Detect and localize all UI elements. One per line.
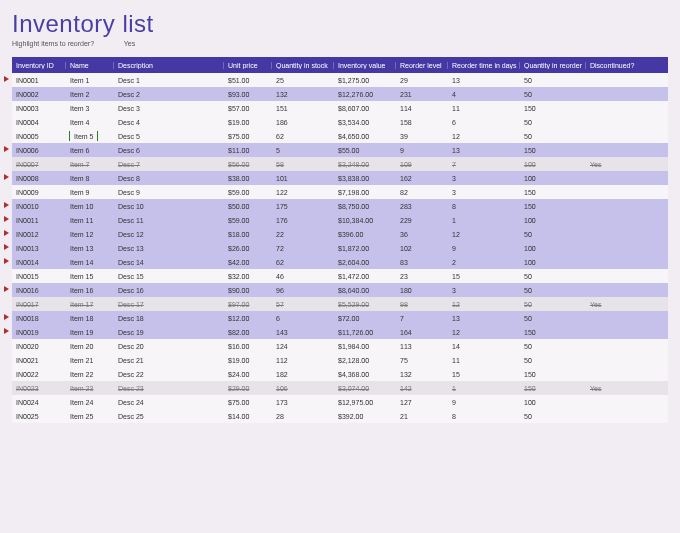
cell[interactable]: 50 — [520, 231, 586, 238]
cell[interactable]: Desc 3 — [114, 105, 224, 112]
cell[interactable]: Item 8 — [66, 175, 114, 182]
cell[interactable]: 57 — [272, 301, 334, 308]
cell[interactable]: 39 — [396, 133, 448, 140]
cell[interactable]: Item 5 — [66, 131, 114, 141]
cell[interactable]: 15 — [448, 371, 520, 378]
cell[interactable]: $12,276.00 — [334, 91, 396, 98]
cell[interactable]: Desc 19 — [114, 329, 224, 336]
cell[interactable]: 113 — [396, 343, 448, 350]
cell[interactable]: IN0013 — [12, 245, 66, 252]
cell[interactable]: $59.00 — [224, 189, 272, 196]
cell[interactable]: 1 — [448, 217, 520, 224]
cell[interactable]: Item 12 — [66, 231, 114, 238]
cell[interactable]: Desc 14 — [114, 259, 224, 266]
cell[interactable]: Desc 21 — [114, 357, 224, 364]
cell[interactable]: 127 — [396, 399, 448, 406]
cell[interactable]: 150 — [520, 189, 586, 196]
cell[interactable]: Yes — [586, 301, 644, 308]
cell[interactable]: 231 — [396, 91, 448, 98]
cell[interactable]: Item 22 — [66, 371, 114, 378]
cell[interactable]: $82.00 — [224, 329, 272, 336]
cell[interactable]: 12 — [448, 329, 520, 336]
cell[interactable]: $392.00 — [334, 413, 396, 420]
cell[interactable]: Desc 15 — [114, 273, 224, 280]
cell[interactable]: $11,726.00 — [334, 329, 396, 336]
cell[interactable]: Desc 4 — [114, 119, 224, 126]
cell[interactable]: 3 — [448, 175, 520, 182]
cell[interactable]: Desc 16 — [114, 287, 224, 294]
cell[interactable]: 143 — [272, 329, 334, 336]
cell[interactable]: 229 — [396, 217, 448, 224]
cell[interactable]: 12 — [448, 231, 520, 238]
cell[interactable]: 50 — [520, 119, 586, 126]
cell[interactable]: 6 — [448, 119, 520, 126]
cell[interactable]: $3,074.00 — [334, 385, 396, 392]
cell[interactable]: IN0011 — [12, 217, 66, 224]
cell[interactable]: 62 — [272, 133, 334, 140]
cell[interactable]: IN0019 — [12, 329, 66, 336]
cell[interactable]: 13 — [448, 77, 520, 84]
cell[interactable]: Item 19 — [66, 329, 114, 336]
cell[interactable]: 150 — [520, 371, 586, 378]
cell[interactable]: 175 — [272, 203, 334, 210]
cell[interactable]: 11 — [448, 357, 520, 364]
cell[interactable]: 50 — [520, 343, 586, 350]
cell[interactable]: Desc 18 — [114, 315, 224, 322]
cell[interactable]: 182 — [272, 371, 334, 378]
cell[interactable]: 150 — [520, 329, 586, 336]
cell[interactable]: $59.00 — [224, 217, 272, 224]
cell[interactable]: 124 — [272, 343, 334, 350]
cell[interactable]: $29.00 — [224, 385, 272, 392]
cell[interactable]: 96 — [272, 287, 334, 294]
cell[interactable]: Item 15 — [66, 273, 114, 280]
cell[interactable]: 132 — [272, 91, 334, 98]
cell[interactable]: $38.00 — [224, 175, 272, 182]
cell[interactable]: $2,604.00 — [334, 259, 396, 266]
cell[interactable]: $90.00 — [224, 287, 272, 294]
column-header[interactable]: Discontinued? — [586, 62, 644, 69]
cell[interactable]: IN0017 — [12, 301, 66, 308]
cell[interactable]: 100 — [520, 245, 586, 252]
cell[interactable]: 13 — [448, 147, 520, 154]
cell[interactable]: $26.00 — [224, 245, 272, 252]
cell[interactable]: $3,534.00 — [334, 119, 396, 126]
cell[interactable]: IN0018 — [12, 315, 66, 322]
cell[interactable]: 164 — [396, 329, 448, 336]
cell[interactable]: $1,984.00 — [334, 343, 396, 350]
column-header[interactable]: Inventory ID — [12, 62, 66, 69]
cell[interactable]: Item 24 — [66, 399, 114, 406]
cell[interactable]: $75.00 — [224, 133, 272, 140]
cell[interactable]: 132 — [396, 371, 448, 378]
cell[interactable]: $12,975.00 — [334, 399, 396, 406]
cell[interactable]: $2,128.00 — [334, 357, 396, 364]
cell[interactable]: IN0016 — [12, 287, 66, 294]
cell[interactable]: Item 25 — [66, 413, 114, 420]
cell[interactable]: IN0001 — [12, 77, 66, 84]
cell[interactable]: 158 — [396, 119, 448, 126]
cell[interactable]: Item 2 — [66, 91, 114, 98]
cell[interactable]: 50 — [520, 133, 586, 140]
cell[interactable]: 46 — [272, 273, 334, 280]
cell[interactable]: $396.00 — [334, 231, 396, 238]
cell[interactable]: 9 — [448, 245, 520, 252]
cell[interactable]: IN0008 — [12, 175, 66, 182]
cell[interactable]: Item 18 — [66, 315, 114, 322]
cell[interactable]: 21 — [396, 413, 448, 420]
cell[interactable]: 23 — [396, 273, 448, 280]
cell[interactable]: 15 — [448, 273, 520, 280]
cell[interactable]: Item 20 — [66, 343, 114, 350]
cell[interactable]: $14.00 — [224, 413, 272, 420]
cell[interactable]: $5,529.00 — [334, 301, 396, 308]
cell[interactable]: 9 — [396, 147, 448, 154]
cell[interactable]: Item 13 — [66, 245, 114, 252]
cell[interactable]: IN0020 — [12, 343, 66, 350]
cell[interactable]: $51.00 — [224, 77, 272, 84]
cell[interactable]: $32.00 — [224, 273, 272, 280]
cell[interactable]: IN0002 — [12, 91, 66, 98]
cell[interactable]: Item 11 — [66, 217, 114, 224]
cell[interactable]: Item 4 — [66, 119, 114, 126]
cell[interactable]: Desc 12 — [114, 231, 224, 238]
cell[interactable]: 176 — [272, 217, 334, 224]
cell[interactable]: 50 — [520, 273, 586, 280]
cell[interactable]: $19.00 — [224, 119, 272, 126]
